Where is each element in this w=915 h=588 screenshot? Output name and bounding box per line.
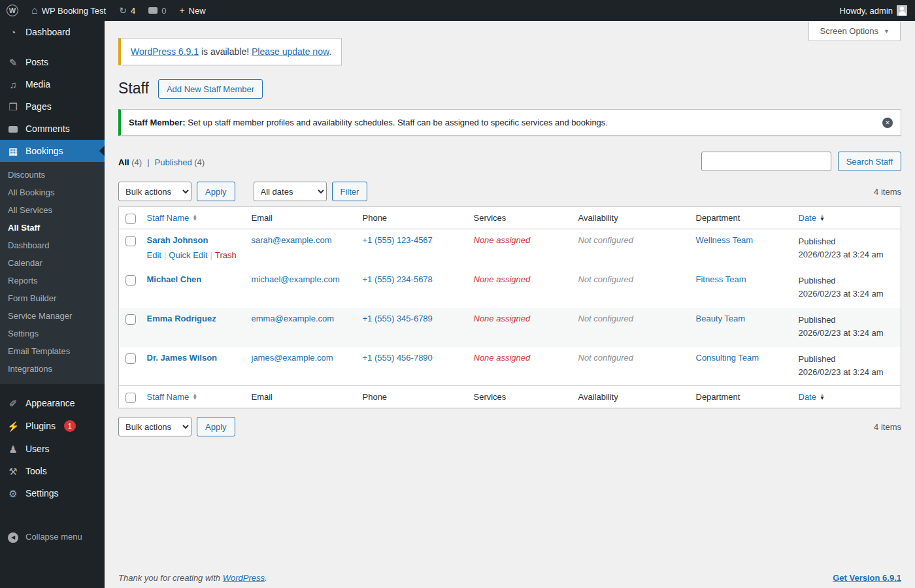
department-link[interactable]: Wellness Team	[696, 235, 754, 245]
row-checkbox[interactable]	[125, 275, 136, 286]
email-link[interactable]: sarah@example.com	[252, 235, 332, 245]
search-input[interactable]	[701, 152, 831, 171]
availability-value: Not configured	[578, 274, 634, 284]
sort-icon: ▲▼	[820, 215, 825, 221]
items-count: 4 items	[874, 422, 901, 432]
sort-icon: ▲▼	[192, 215, 197, 221]
sidebar-label-tools: Tools	[25, 466, 47, 476]
sidebar-item-plugins[interactable]: ⚡ Plugins 1	[0, 414, 105, 438]
table-footer-row: Staff Name▲▼ Email Phone Services Availa…	[119, 386, 901, 408]
add-new-staff-button[interactable]: Add New Staff Member	[158, 79, 263, 99]
email-link[interactable]: michael@example.com	[252, 274, 340, 284]
sidebar-item-bookings[interactable]: ▦ Bookings	[0, 140, 105, 162]
sidebar-item-media[interactable]: ♫ Media	[0, 73, 105, 95]
phone-link[interactable]: +1 (555) 456-7890	[363, 353, 433, 363]
submenu-item-reports[interactable]: Reports	[0, 272, 105, 289]
trash-link[interactable]: Trash	[215, 250, 237, 260]
sidebar-item-appearance[interactable]: ✐ Appearance	[0, 392, 105, 414]
staff-name-link[interactable]: Emma Rodriguez	[147, 314, 216, 323]
department-link[interactable]: Consulting Team	[696, 353, 759, 363]
bulk-actions-select-bottom[interactable]: Bulk actions	[118, 417, 191, 436]
my-account-menu[interactable]: Howdy, admin	[840, 0, 907, 21]
sort-date-header[interactable]: Date▲▼	[799, 213, 825, 223]
email-link[interactable]: james@example.com	[252, 353, 333, 363]
submenu-item-service-manager[interactable]: Service Manager	[0, 307, 105, 325]
view-all-count: (4)	[131, 157, 142, 167]
email-link[interactable]: emma@example.com	[252, 314, 335, 323]
comments-menu[interactable]: 0	[142, 0, 173, 21]
get-version-link[interactable]: Get Version 6.9.1	[833, 573, 901, 583]
screen-options-toggle[interactable]: Screen Options ▼	[808, 22, 901, 41]
please-update-link[interactable]: Please update now	[252, 46, 329, 57]
sidebar-label-dashboard: Dashboard	[25, 27, 71, 37]
update-nag-text: is available!	[199, 46, 252, 57]
update-nag-notice: WordPress 6.9.1 is available! Please upd…	[118, 38, 342, 65]
sidebar-item-users[interactable]: ♟ Users	[0, 438, 105, 460]
sidebar-item-tools[interactable]: ⚒ Tools	[0, 460, 105, 482]
apply-button[interactable]: Apply	[197, 182, 235, 201]
sidebar-label-pages: Pages	[25, 101, 52, 112]
submenu-item-calendar[interactable]: Calendar	[0, 254, 105, 272]
staff-name-link[interactable]: Dr. James Wilson	[147, 353, 218, 363]
submenu-item-dashboard[interactable]: Dashboard	[0, 237, 105, 254]
sidebar-label-plugins: Plugins	[25, 421, 56, 431]
row-checkbox[interactable]	[125, 314, 136, 325]
media-icon: ♫	[7, 80, 20, 90]
view-all-link[interactable]: All	[118, 157, 129, 167]
sort-date-header[interactable]: Date▲▼	[799, 392, 825, 402]
table-row: Emma Rodriguez emma@example.com +1 (555)…	[119, 308, 901, 347]
submenu-item-integrations[interactable]: Integrations	[0, 360, 105, 378]
sidebar-item-comments[interactable]: Comments	[0, 118, 105, 140]
publish-date: 2026/02/23 at 3:24 am	[799, 367, 884, 377]
phone-link[interactable]: +1 (555) 123-4567	[363, 235, 433, 245]
pages-icon: ❐	[7, 102, 20, 112]
footer-thanks-text: Thank you for creating with	[118, 573, 223, 583]
updates-menu[interactable]: ↻ 4	[112, 0, 142, 21]
site-name-menu[interactable]: ⌂ WP Booking Test	[25, 0, 112, 21]
page-title: Staff	[118, 79, 149, 99]
select-all-checkbox[interactable]	[125, 214, 136, 224]
sidebar-item-pages[interactable]: ❐ Pages	[0, 95, 105, 118]
new-content-menu[interactable]: + New	[173, 0, 212, 21]
sidebar-item-dashboard[interactable]: ◔ Dashboard	[0, 21, 105, 43]
phone-link[interactable]: +1 (555) 345-6789	[363, 314, 433, 323]
phone-link[interactable]: +1 (555) 234-5678	[363, 274, 433, 284]
date-filter-select[interactable]: All dates	[254, 182, 327, 201]
department-link[interactable]: Fitness Team	[696, 274, 746, 284]
filter-button[interactable]: Filter	[332, 182, 368, 201]
submenu-item-discounts[interactable]: Discounts	[0, 166, 105, 184]
bulk-actions-select[interactable]: Bulk actions	[118, 182, 191, 201]
availability-header: Availability	[572, 207, 690, 229]
wordpress-footer-link[interactable]: WordPress	[223, 573, 265, 583]
row-checkbox[interactable]	[125, 353, 136, 364]
submenu-item-settings[interactable]: Settings	[0, 325, 105, 342]
sidebar-item-posts[interactable]: ✎ Posts	[0, 51, 105, 73]
edit-link[interactable]: Edit	[147, 250, 161, 260]
staff-name-link[interactable]: Michael Chen	[147, 274, 202, 284]
submenu-item-email-templates[interactable]: Email Templates	[0, 342, 105, 360]
wp-logo-menu[interactable]: W	[0, 0, 25, 21]
wordpress-version-link[interactable]: WordPress 6.9.1	[131, 46, 199, 57]
select-all-checkbox[interactable]	[125, 393, 136, 403]
quick-edit-link[interactable]: Quick Edit	[169, 250, 207, 260]
sort-staff-name-header[interactable]: Staff Name▲▼	[147, 392, 198, 402]
items-count: 4 items	[874, 187, 901, 197]
search-staff-button[interactable]: Search Staff	[838, 152, 901, 171]
submenu-item-form-builder[interactable]: Form Builder	[0, 289, 105, 307]
row-checkbox[interactable]	[125, 236, 136, 246]
apply-button-bottom[interactable]: Apply	[197, 417, 235, 436]
staff-name-link[interactable]: Sarah Johnson	[147, 235, 208, 245]
department-link[interactable]: Beauty Team	[696, 314, 746, 323]
submenu-item-all-staff[interactable]: All Staff	[0, 219, 105, 237]
tablenav-top: Bulk actions Apply All dates Filter 4 it…	[118, 182, 901, 201]
services-header: Services	[467, 207, 572, 229]
sort-staff-name-header[interactable]: Staff Name▲▼	[147, 213, 198, 223]
admin-bar: W ⌂ WP Booking Test ↻ 4 0 + New Howdy, a…	[0, 0, 915, 21]
footer-thanks-period: .	[265, 573, 267, 583]
submenu-item-all-bookings[interactable]: All Bookings	[0, 184, 105, 201]
view-published-link[interactable]: Published	[155, 157, 192, 167]
sidebar-item-settings[interactable]: ⚙ Settings	[0, 482, 105, 504]
dismiss-notice-icon[interactable]: ✕	[882, 118, 893, 128]
submenu-item-all-services[interactable]: All Services	[0, 201, 105, 219]
collapse-menu-button[interactable]: ◀ Collapse menu	[0, 525, 105, 549]
